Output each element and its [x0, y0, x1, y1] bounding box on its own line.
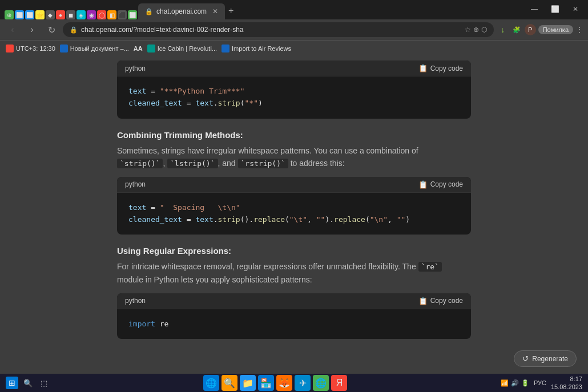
bookmark-utc-icon — [6, 45, 14, 52]
tab-icon-12: ⬛ — [118, 10, 127, 19]
active-tab[interactable]: 🔒 chat.openai.com ✕ — [138, 3, 225, 19]
combining-section: Combining Trimming Methods: Sometimes, s… — [117, 130, 471, 170]
taskbar-left: ⊞ 🔍 ⬚ — [6, 377, 50, 389]
tab-favicon: 🔒 — [145, 8, 153, 15]
regex-section: Using Regular Expressions: For intricate… — [117, 246, 471, 286]
taskbar-app-store[interactable]: 🏪 — [258, 375, 274, 391]
code-line-2-1: text = " Spacing \t\n" — [128, 202, 460, 214]
copy-button-3[interactable]: 📋 Copy code — [418, 297, 463, 305]
extensions-icon[interactable]: 🧩 — [511, 24, 522, 35]
address-icons: ☆ ⊕ ⬡ — [465, 26, 487, 34]
volume-icon: 🔊 — [511, 379, 519, 387]
more-options-icon[interactable]: ⋮ — [575, 25, 583, 34]
regenerate-button[interactable]: ↺ Regenerate — [514, 350, 577, 367]
tab-close-icon[interactable]: ✕ — [212, 7, 218, 15]
tab-icon-1: ⊕ — [5, 10, 14, 19]
tab-icon-10: ◯ — [97, 10, 106, 19]
reload-button[interactable]: ↻ — [43, 22, 59, 38]
browser-chrome: ⊕ ⬜ ⬜ ⭐ ◆ ● ◼ ◈ ◉ ◯ ◧ ⬛ ⬜ 🔒 chat.openai.… — [0, 0, 588, 56]
tab-icon-8: ◈ — [76, 10, 86, 19]
search-taskbar-icon[interactable]: 🔍 — [22, 377, 34, 389]
bookmark-star-icon[interactable]: ☆ — [465, 26, 471, 34]
chat-container: python 📋 Copy code text = "***Python Tri… — [117, 56, 471, 350]
bookmark-doc-icon — [60, 45, 68, 52]
nav-right: ↓ 🧩 P Помилка ⋮ — [497, 24, 583, 35]
taskbar-app-chrome[interactable]: 🌐 — [313, 375, 329, 391]
re-code: `re` — [418, 262, 442, 272]
taskbar-right: 📶 🔊 🔋 РУС 8:17 15.08.2023 — [501, 375, 582, 391]
code-header-3: python 📋 Copy code — [117, 293, 471, 309]
regenerate-label: Regenerate — [532, 355, 568, 363]
code-body-1: text = "***Python Trim***" cleaned_text … — [117, 76, 471, 119]
rstrip-code: `rstrip()` — [238, 159, 288, 168]
extension-icon[interactable]: ⬡ — [481, 26, 487, 34]
profile-button[interactable]: Помилка — [538, 25, 573, 34]
code-lang-1: python — [125, 64, 146, 72]
profile-avatar[interactable]: P — [525, 24, 536, 35]
tab-icon-6: ● — [56, 10, 65, 19]
bookmark-ice-icon — [147, 45, 155, 52]
combining-title: Combining Trimming Methods: — [117, 130, 471, 140]
taskbar: ⊞ 🔍 ⬚ 🌐 🔍 📁 🏪 🦊 ✈ 🌐 Я 📶 🔊 🔋 РУС 8:17 15.… — [0, 374, 588, 392]
address-text: chat.openai.com/?model=text-davinci-002-… — [81, 26, 461, 34]
regex-text: For intricate whitespace removal, regula… — [117, 260, 471, 286]
combining-text: Sometimes, strings have irregular whites… — [117, 144, 471, 170]
maximize-button[interactable]: ⬜ — [547, 1, 563, 17]
bookmark-air-label: Import to Air Reviews — [232, 45, 291, 52]
tab-icon-2: ⬜ — [15, 10, 24, 19]
code-header-2: python 📋 Copy code — [117, 177, 471, 193]
bookmark-ice-cabin[interactable]: Ice Cabin | Revoluti... — [147, 45, 217, 52]
clipboard-icon-2: 📋 — [418, 180, 428, 189]
forward-button[interactable]: › — [24, 22, 40, 38]
taskbar-app-search[interactable]: 🔍 — [221, 375, 237, 391]
code-header-1: python 📋 Copy code — [117, 60, 471, 76]
code-lang-2: python — [125, 180, 146, 188]
bookmark-utc-label: UTC+3: 12:30 — [16, 45, 55, 52]
start-button[interactable]: ⊞ — [6, 377, 18, 389]
code-body-2: text = " Spacing \t\n" cleaned_text = te… — [117, 193, 471, 235]
profile-icon[interactable]: ⊕ — [473, 26, 479, 34]
combining-body2: to address this: — [291, 159, 345, 168]
tab-title: chat.openai.com — [156, 7, 207, 15]
wifi-icon: 📶 — [501, 379, 509, 387]
bookmark-utc[interactable]: UTC+3: 12:30 — [6, 45, 55, 52]
taskbar-app-telegram[interactable]: ✈ — [295, 375, 311, 391]
bookmark-new-doc[interactable]: Новый документ –... — [60, 45, 129, 52]
tab-icon-11: ◧ — [107, 10, 116, 19]
strip-code: `strip()` — [117, 159, 163, 168]
tab-icon-7: ◼ — [66, 10, 75, 19]
bookmark-aa[interactable]: AA — [134, 45, 143, 52]
back-button[interactable]: ‹ — [5, 22, 21, 38]
taskbar-app-files[interactable]: 📁 — [240, 375, 256, 391]
bookmark-aa-label: AA — [134, 45, 143, 52]
copy-button-1[interactable]: 📋 Copy code — [418, 64, 463, 72]
taskbar-app-edge[interactable]: 🌐 — [203, 375, 219, 391]
copy-label-2: Copy code — [430, 180, 463, 188]
close-button[interactable]: ✕ — [567, 1, 583, 17]
code-line-2-2: cleaned_text = text.strip().replace("\t"… — [128, 214, 460, 226]
address-bar[interactable]: 🔒 chat.openai.com/?model=text-davinci-00… — [63, 22, 494, 37]
language-indicator: РУС — [534, 379, 546, 386]
bookmark-doc-label: Новый документ –... — [70, 45, 129, 52]
taskbar-center: 🌐 🔍 📁 🏪 🦊 ✈ 🌐 Я — [203, 375, 347, 391]
lock-icon: 🔒 — [70, 26, 78, 34]
download-icon[interactable]: ↓ — [497, 24, 509, 35]
copy-button-2[interactable]: 📋 Copy code — [418, 180, 463, 189]
tab-icon-3: ⬜ — [25, 10, 34, 19]
date-display: 15.08.2023 — [551, 383, 582, 391]
code-body-3: import re — [117, 309, 471, 340]
bookmark-air-reviews[interactable]: Import to Air Reviews — [221, 45, 291, 52]
clipboard-icon-3: 📋 — [418, 297, 428, 305]
bookmarks-bar: UTC+3: 12:30 Новый документ –... AA Ice … — [0, 40, 588, 56]
code-line-3-1: import re — [128, 318, 460, 330]
tab-icon-4: ⭐ — [35, 10, 45, 19]
new-tab-button[interactable]: + — [226, 6, 233, 19]
minimize-button[interactable]: — — [526, 1, 542, 17]
taskbar-app-yandex[interactable]: Я — [331, 375, 347, 391]
battery-icon: 🔋 — [521, 379, 529, 387]
taskbar-app-firefox[interactable]: 🦊 — [276, 375, 292, 391]
task-view-icon[interactable]: ⬚ — [38, 377, 50, 389]
code-block-1: python 📋 Copy code text = "***Python Tri… — [117, 60, 471, 119]
regex-body2: module in Python lets you apply sophisti… — [117, 275, 312, 284]
nav-bar: ‹ › ↻ 🔒 chat.openai.com/?model=text-davi… — [0, 19, 588, 40]
